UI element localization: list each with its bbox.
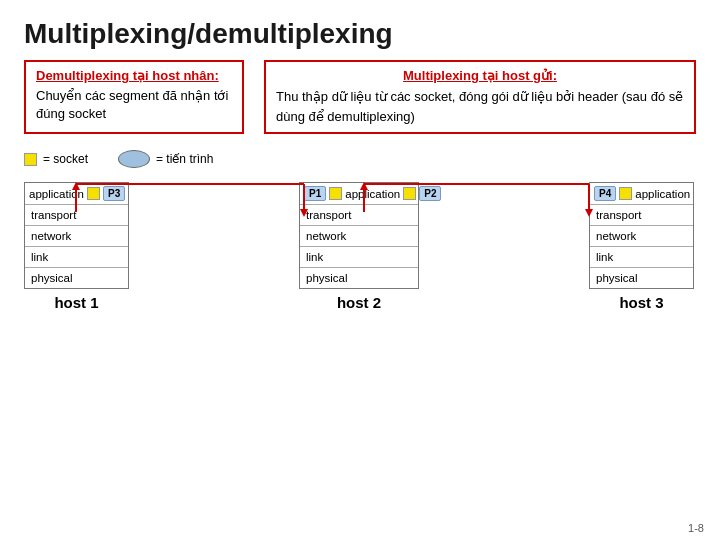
host3-transport: transport: [590, 205, 693, 226]
process-label: = tiến trình: [156, 152, 213, 166]
mux-text: Thu thập dữ liệu từ các socket, đóng gói…: [276, 87, 684, 126]
host1-label: host 1: [54, 294, 98, 311]
host3-block: P4 application transport network link ph…: [589, 182, 694, 311]
host3-stack: P4 application transport network link ph…: [589, 182, 694, 289]
mux-box: Multiplexing tại host gửi: Thu thập dữ l…: [264, 60, 696, 134]
host2-link: link: [300, 247, 418, 268]
host2-app-layer: P1 application P2: [300, 183, 418, 205]
host1-stack: application P3 transport network link ph…: [24, 182, 129, 289]
host2-port-p1: P1: [304, 186, 326, 201]
socket-legend: = socket: [24, 152, 88, 166]
host3-link: link: [590, 247, 693, 268]
host1-block: application P3 transport network link ph…: [24, 182, 129, 311]
all-hosts: application P3 transport network link ph…: [24, 182, 694, 311]
diagram-area: application P3 transport network link ph…: [24, 182, 694, 311]
host2-socket-p2: [403, 187, 416, 200]
host2-app-label: application: [345, 188, 400, 200]
host1-network: network: [25, 226, 128, 247]
host1-link: link: [25, 247, 128, 268]
host2-block: P1 application P2 transport network link…: [299, 182, 419, 311]
demux-heading: Demultiplexing tại host nhân:: [36, 68, 232, 83]
socket-icon: [24, 153, 37, 166]
process-icon: [118, 150, 150, 168]
host3-app-label: application: [635, 188, 690, 200]
host1-port: P3: [103, 186, 125, 201]
host1-app-label: application: [29, 188, 84, 200]
demux-box: Demultiplexing tại host nhân: Chuyển các…: [24, 60, 244, 134]
host2-stack: P1 application P2 transport network link…: [299, 182, 419, 289]
host3-network: network: [590, 226, 693, 247]
host2-socket-p1: [329, 187, 342, 200]
host1-physical: physical: [25, 268, 128, 288]
page: Multiplexing/demultiplexing Demultiplexi…: [0, 0, 720, 540]
host2-network: network: [300, 226, 418, 247]
host2-port-p2: P2: [419, 186, 441, 201]
host2-transport: transport: [300, 205, 418, 226]
host3-physical: physical: [590, 268, 693, 288]
mux-heading: Multiplexing tại host gửi:: [276, 68, 684, 83]
process-legend: = tiến trình: [118, 150, 213, 168]
page-number: 1-8: [688, 522, 704, 534]
host1-transport: transport: [25, 205, 128, 226]
host3-app-layer: P4 application: [590, 183, 693, 205]
demux-text: Chuyển các segment đã nhận tới đúng sock…: [36, 87, 232, 123]
page-title: Multiplexing/demultiplexing: [24, 18, 696, 50]
host3-socket: [619, 187, 632, 200]
host3-label: host 3: [619, 294, 663, 311]
socket-label: = socket: [43, 152, 88, 166]
host3-port: P4: [594, 186, 616, 201]
legend: = socket = tiến trình: [24, 150, 696, 168]
top-section: Demultiplexing tại host nhân: Chuyển các…: [24, 60, 696, 134]
host1-socket: [87, 187, 100, 200]
host2-label: host 2: [337, 294, 381, 311]
host2-physical: physical: [300, 268, 418, 288]
host1-app-layer: application P3: [25, 183, 128, 205]
